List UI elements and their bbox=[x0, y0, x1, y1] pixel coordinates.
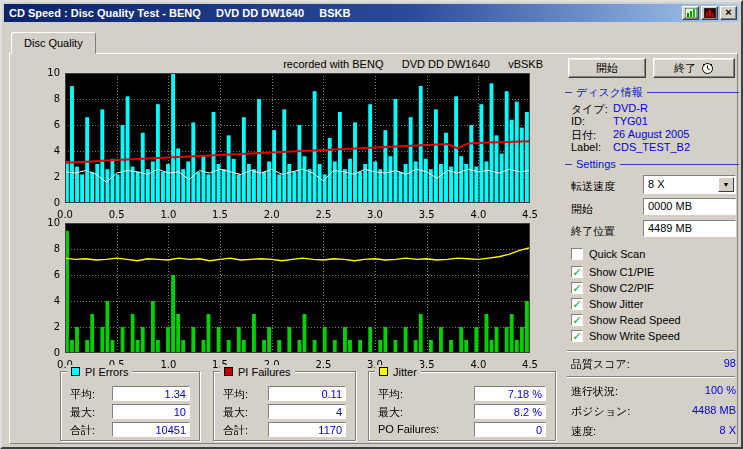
statbox-title: PI Errors bbox=[85, 366, 128, 378]
pi-failures-total-value: 1170 bbox=[268, 422, 346, 437]
right-panel: 開始 終了 ディスク情報 タイプ: DVD-R ID: bbox=[561, 58, 741, 441]
exit-button-label: 終了 bbox=[674, 61, 696, 76]
checkbox-box: ✓ bbox=[571, 266, 583, 278]
jitter-legend-swatch bbox=[379, 367, 388, 376]
start-position-field[interactable]: 0000 MB bbox=[643, 198, 736, 215]
checkbox-show-c2-pif[interactable]: ✓ Show C2/PIF bbox=[571, 281, 654, 295]
check-icon: ✓ bbox=[572, 283, 581, 293]
progress-label: 進行状況: bbox=[571, 384, 618, 399]
pi-failures-jitter-chart bbox=[30, 217, 545, 369]
pi-errors-total-value: 10451 bbox=[112, 422, 190, 437]
chevron-down-icon: ▼ bbox=[723, 181, 730, 188]
checkbox-label: Quick Scan bbox=[589, 248, 645, 260]
quality-score-value: 98 bbox=[724, 357, 736, 369]
disc-info-header-label: ディスク情報 bbox=[576, 85, 643, 100]
pi-failures-average-value: 0.11 bbox=[268, 386, 346, 401]
disc-label-row: Label: CDS_TEST_B2 bbox=[571, 141, 737, 154]
progress-row: 進行状況: 100 % bbox=[571, 384, 736, 398]
section-line bbox=[565, 92, 572, 93]
transfer-speed-value: 8 X bbox=[648, 178, 665, 190]
checkbox-show-jitter[interactable]: ✓ Show Jitter bbox=[571, 297, 643, 311]
checkbox-box: ✓ bbox=[571, 282, 583, 294]
check-icon: ✓ bbox=[572, 331, 581, 341]
progress-value: 100 % bbox=[705, 384, 736, 396]
stat-label: 平均: bbox=[70, 387, 95, 402]
po-failures-value: 0 bbox=[474, 422, 546, 437]
tab-label: Disc Quality bbox=[24, 37, 83, 49]
titlebar-green-chart-button[interactable] bbox=[682, 6, 699, 20]
stat-row: 平均: 7.18 % bbox=[378, 386, 546, 401]
separator bbox=[567, 350, 735, 352]
stat-label: 合計: bbox=[70, 423, 95, 438]
titlebar-red-chart-button[interactable] bbox=[701, 6, 718, 20]
end-position-field[interactable]: 4489 MB bbox=[643, 220, 736, 237]
disc-id-value: TYG01 bbox=[613, 115, 648, 127]
tab-page: recorded with BENQ DVD DD DW1640 vBSKB P… bbox=[9, 53, 738, 444]
checkbox-show-read-speed[interactable]: ✓ Show Read Speed bbox=[571, 313, 681, 327]
checkbox-quick-scan[interactable]: Quick Scan bbox=[571, 247, 645, 261]
transfer-speed-combobox[interactable]: 8 X ▼ bbox=[643, 175, 736, 194]
position-row: ポジション: 4488 MB bbox=[571, 404, 736, 418]
app-window: CD Speed : Disc Quality Test - BENQ DVD … bbox=[0, 0, 743, 449]
start-position-label: 開始 bbox=[571, 202, 593, 217]
quality-score-label: 品質スコア: bbox=[571, 357, 630, 372]
checkbox-show-write-speed[interactable]: ✓ Show Write Speed bbox=[571, 329, 680, 343]
jitter-statbox: Jitter 平均: 7.18 % 最大: 8.2 % PO Failures:… bbox=[368, 371, 556, 441]
disc-date-value: 26 August 2005 bbox=[613, 128, 689, 140]
stat-row: 合計: 1170 bbox=[223, 422, 346, 437]
stat-row: 最大: 8.2 % bbox=[378, 404, 546, 419]
pi-errors-maximum-value: 10 bbox=[112, 404, 190, 419]
dropdown-arrow-button[interactable]: ▼ bbox=[718, 177, 734, 192]
start-button-label: 開始 bbox=[596, 61, 618, 76]
section-line bbox=[565, 164, 572, 165]
statbox-title: Jitter bbox=[393, 366, 417, 378]
pi-errors-statbox: PI Errors 平均: 1.34 最大: 10 合計: 10451 bbox=[60, 371, 200, 441]
disc-label-value: CDS_TEST_B2 bbox=[613, 141, 690, 153]
checkbox-box: ✓ bbox=[571, 314, 583, 326]
info-label: ID: bbox=[571, 115, 585, 127]
transfer-speed-label: 転送速度 bbox=[571, 179, 615, 194]
settings-section-header: Settings bbox=[565, 158, 739, 170]
position-label: ポジション: bbox=[571, 404, 630, 419]
section-line bbox=[620, 164, 739, 165]
close-icon: × bbox=[725, 7, 731, 18]
checkbox-label: Show C2/PIF bbox=[589, 282, 654, 294]
stat-row: PO Failures: 0 bbox=[378, 422, 546, 437]
settings-header-label: Settings bbox=[576, 158, 616, 170]
stat-row: 合計: 10451 bbox=[70, 422, 190, 437]
speed-value: 8 X bbox=[719, 424, 736, 436]
window-title: CD Speed : Disc Quality Test - BENQ DVD … bbox=[9, 4, 680, 22]
pi-failures-maximum-value: 4 bbox=[268, 404, 346, 419]
checkbox-box bbox=[571, 248, 583, 260]
checkbox-label: Show C1/PIE bbox=[589, 266, 654, 278]
stat-row: 平均: 1.34 bbox=[70, 386, 190, 401]
stat-label: 最大: bbox=[378, 405, 403, 420]
pi-failures-legend-swatch bbox=[224, 367, 233, 376]
start-button[interactable]: 開始 bbox=[568, 58, 646, 78]
checkbox-box: ✓ bbox=[571, 298, 583, 310]
disc-info-section-header: ディスク情報 bbox=[565, 86, 739, 98]
red-chart-icon bbox=[704, 8, 716, 18]
statbox-title-row: PI Errors bbox=[67, 365, 132, 378]
stat-label: 最大: bbox=[70, 405, 95, 420]
stat-label: 最大: bbox=[223, 405, 248, 420]
disc-type-value: DVD-R bbox=[613, 102, 648, 114]
exit-button[interactable]: 終了 bbox=[653, 58, 735, 78]
checkbox-label: Show Write Speed bbox=[589, 330, 680, 342]
checkbox-show-c1-pie[interactable]: ✓ Show C1/PIE bbox=[571, 265, 654, 279]
pi-failures-statbox: PI Failures 平均: 0.11 最大: 4 合計: 1170 bbox=[213, 371, 356, 441]
stat-label: 平均: bbox=[378, 387, 403, 402]
stat-label: 合計: bbox=[223, 423, 248, 438]
tab-disc-quality[interactable]: Disc Quality bbox=[11, 32, 96, 54]
position-value: 4488 MB bbox=[692, 404, 736, 416]
pi-errors-legend-swatch bbox=[71, 367, 80, 376]
checkbox-box: ✓ bbox=[571, 330, 583, 342]
disc-type-row: タイプ: DVD-R bbox=[571, 102, 737, 115]
stat-label: 平均: bbox=[223, 387, 248, 402]
disc-id-row: ID: TYG01 bbox=[571, 115, 737, 128]
quality-score-row: 品質スコア: 98 bbox=[571, 357, 736, 371]
checkbox-label: Show Read Speed bbox=[589, 314, 681, 326]
end-position-label: 終了位置 bbox=[571, 224, 615, 239]
titlebar[interactable]: CD Speed : Disc Quality Test - BENQ DVD … bbox=[4, 4, 739, 22]
close-button[interactable]: × bbox=[720, 6, 737, 20]
